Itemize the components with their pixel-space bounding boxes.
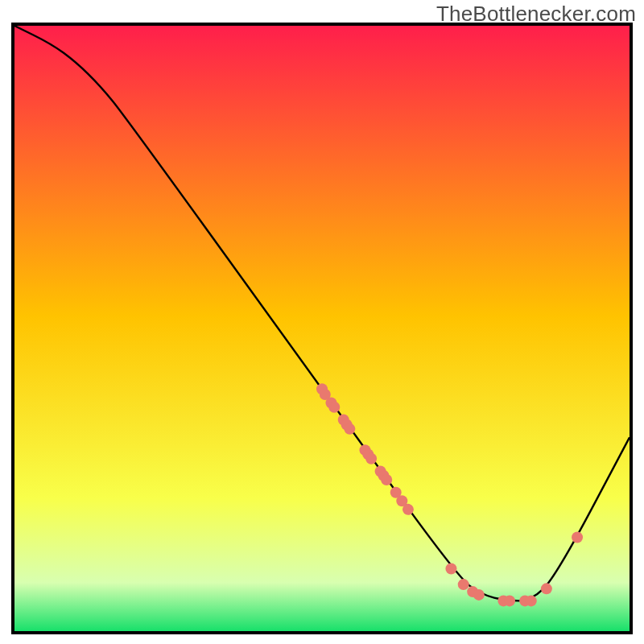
gpu-point: [344, 423, 355, 435]
gpu-point: [572, 531, 583, 543]
plot-area: [11, 23, 633, 634]
gpu-point: [526, 595, 537, 606]
watermark-text: TheBottlenecker.com: [436, 2, 636, 27]
gpu-point: [473, 589, 485, 601]
chart-foreground: [14, 26, 630, 631]
gpu-point: [402, 504, 414, 515]
gpu-point: [445, 564, 456, 575]
chart-frame: TheBottlenecker.com: [0, 0, 644, 644]
gpu-point: [381, 474, 392, 485]
gpu-point: [504, 595, 515, 606]
gpu-point: [365, 453, 377, 464]
gpu-point: [458, 579, 469, 590]
gpu-point: [328, 402, 340, 413]
gpu-points-group: [316, 383, 583, 606]
bottleneck-curve: [14, 26, 630, 601]
gpu-point: [541, 583, 552, 594]
